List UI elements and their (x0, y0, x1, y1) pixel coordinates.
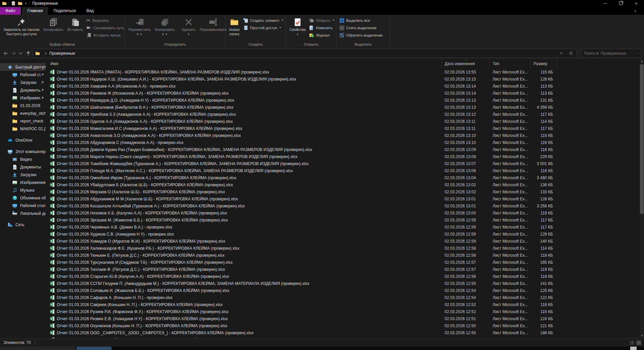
sidebar-item[interactable]: Изображения (0, 179, 46, 186)
column-header-name[interactable]: Имя (46, 59, 442, 68)
file-row[interactable]: Отчет 01.03.2026 Турсуналиев И (Сиддиков… (46, 259, 640, 266)
file-row[interactable]: Отчет 01.03.2026 Маматалиев И.С (Ахмаджо… (46, 125, 640, 132)
new-item-button[interactable]: Создать элемент▼ (243, 17, 284, 23)
file-row[interactable]: Отчет 01.03.2026 Рузиев Р.И. (Фармонов Ф… (46, 308, 640, 315)
up-icon[interactable] (26, 51, 31, 56)
paste-button[interactable]: Вставить (65, 16, 85, 32)
pin-to-quick-access-button[interactable]: Закрепить на панелибыстрого доступа (1, 16, 41, 36)
sidebar-item[interactable]: everyday_otchet (0, 109, 46, 117)
file-row[interactable]: Отчет 01.03.2026 Мирзаев О (Халилов Ш.Б)… (46, 188, 640, 195)
file-row[interactable]: Отчет 01.03.2026 Черемных А.В. (Демин В.… (46, 223, 640, 231)
sidebar-item[interactable]: Рабочий стол (0, 71, 46, 79)
breadcrumb[interactable]: Проверенные (49, 51, 75, 56)
file-row[interactable]: Отчет 01.03.2026 ССПИ Гелдиев П. (Аманду… (46, 280, 640, 287)
tab-file[interactable]: Файл (0, 7, 21, 15)
tab-view[interactable]: Вид (81, 7, 99, 15)
minimize-button[interactable] (598, 0, 613, 7)
rename-button[interactable]: Переименовать (198, 16, 229, 32)
sidebar-item[interactable]: Сеть (0, 221, 46, 229)
move-to-button[interactable]: Переместитьв ▼ (126, 16, 153, 37)
scroll-down-icon[interactable]: ▼ (640, 333, 644, 338)
select-none-button[interactable]: Снять выделение (339, 24, 383, 31)
sidebar-item[interactable]: report_check (0, 117, 46, 125)
tab-home[interactable]: Главная (22, 7, 48, 15)
search-box[interactable] (581, 49, 641, 58)
close-button[interactable]: × (629, 0, 644, 7)
scroll-up-icon[interactable]: ▲ (640, 59, 644, 64)
folder-icon[interactable] (18, 1, 22, 6)
easy-access-button[interactable]: Простой доступ▼ (243, 24, 284, 31)
copy-to-button[interactable]: Копироватьв ▼ (153, 16, 177, 37)
new-folder-button[interactable]: Новаяпапка (227, 16, 242, 36)
file-row[interactable]: Отчет 01.03.2026 Эргашев М. (Жамолов Б.Б… (46, 216, 640, 223)
file-row[interactable]: Отчет 01.03.2026 ЯМАТА (ЯМАТА) - КОРРЕКТ… (46, 68, 640, 76)
sidebar-item[interactable]: Объемные объект (0, 194, 46, 202)
view-icons-icon[interactable] (636, 340, 641, 345)
sidebar-item[interactable]: Изображения (0, 94, 46, 102)
sidebar-item[interactable]: Загрузки (0, 171, 46, 179)
open-button[interactable]: Открыть▼ (309, 17, 335, 23)
scrollbar-thumb[interactable] (640, 64, 644, 214)
sidebar-item[interactable]: Музыка (0, 186, 46, 194)
copy-path-button[interactable]: Скопировать путь (86, 24, 124, 31)
sidebar-item[interactable]: Видео (0, 155, 46, 163)
paste-shortcut-button[interactable]: Вставить ярлык (86, 32, 124, 38)
copy-button[interactable]: Копировать (41, 16, 65, 32)
sidebar-item[interactable]: 01.03.2026 (0, 102, 46, 109)
file-row[interactable]: Отчет 01.03.2026 Соловьев И. (Жамолов Б.… (46, 287, 640, 294)
sidebar-item[interactable]: Локальный диск (С (0, 209, 46, 217)
file-row[interactable]: Отчет 01.03.2026 Резвин Е.В. (Ахмадиев Н… (46, 315, 640, 322)
file-row[interactable]: Отчет 01.03.2026 Марати Нареш (Сингх сан… (46, 153, 640, 160)
view-details-icon[interactable] (629, 340, 634, 345)
invert-selection-button[interactable]: Обратить выделение (339, 32, 383, 38)
file-row[interactable]: Отчет 01.03.2026 Низомов Х.Б. (Калугин А… (46, 209, 640, 216)
file-row[interactable]: Отчет 01.03.2026 Хамраев А.А (Исокжонов.… (46, 83, 640, 90)
file-row[interactable]: Отчет 01.03.2026 Надиров Х.Ш. (Олишевко … (46, 76, 640, 83)
forward-icon[interactable] (11, 51, 16, 56)
search-icon[interactable] (637, 51, 639, 56)
sidebar-item[interactable]: Документы (0, 86, 46, 94)
doc-check-icon[interactable] (11, 1, 16, 6)
select-all-button[interactable]: Выделить все (339, 17, 383, 23)
file-row[interactable]: Отчет 01.03.2026 Савриев (Коньшин Н. П.)… (46, 301, 640, 308)
file-row[interactable]: Отчет 01.03.2026 Тожибоев Жамшидбек (Тур… (46, 160, 640, 167)
taskbar[interactable] (0, 347, 644, 350)
chevron-right-icon[interactable] (43, 51, 48, 56)
taskbar-icon[interactable] (630, 347, 637, 350)
properties-button[interactable]: Свойства▼ (287, 16, 308, 37)
tab-share[interactable]: Поделиться (48, 7, 81, 15)
search-input[interactable] (581, 51, 637, 56)
history-button[interactable]: Журнал (309, 32, 335, 38)
column-header-type[interactable]: Тип (490, 59, 531, 68)
file-row[interactable]: Отчет 01.03.2026 Убайдуллаев Б (Халилов … (46, 181, 640, 188)
sidebar-item[interactable]: Документы (0, 163, 46, 171)
delete-button[interactable]: Удалить▼ (180, 16, 198, 37)
file-row[interactable]: Отчет 01.03.2026 Ахматхонов З.О (Ахмаджо… (46, 132, 640, 139)
file-row[interactable]: Отчет 01.03.2026 Тиллаев Ф. (Петухов Д.С… (46, 266, 640, 273)
cut-button[interactable]: ✂Вырезать (86, 17, 124, 23)
back-icon[interactable] (3, 51, 9, 56)
chevron-down-icon[interactable]: ▼ (25, 2, 27, 5)
file-row[interactable]: Отчет 01.03.2026 Махмудов Д.О. (Ахмадиев… (46, 97, 640, 104)
sidebar-item[interactable]: Этот компьютер (0, 148, 46, 155)
file-row[interactable]: Отчет 01.03.2026 Охунжонов (Коньшин Н. П… (46, 322, 640, 329)
chevron-down-icon[interactable] (18, 51, 24, 56)
sidebar-item[interactable]: Рабочий стол (0, 202, 46, 209)
collapse-ribbon-icon[interactable]: ∧ (634, 9, 637, 13)
address-bar[interactable]: Проверенные (33, 49, 577, 58)
file-row[interactable]: Отчет 01.03.2026 Сафаров А. (Коньшин Н. … (46, 294, 640, 301)
vertical-scrollbar[interactable]: ▲ ▼ (640, 59, 644, 338)
refresh-icon[interactable] (569, 51, 573, 55)
file-row[interactable]: Отчет 01.03.2026 Хомидов О (Муратов Ж.И)… (46, 238, 640, 245)
sidebar-item[interactable]: OneDrive (0, 136, 46, 144)
file-row[interactable]: Отчет 01.03.2026 Абдукаримов С (Ахмаджон… (46, 139, 640, 146)
file-row[interactable]: Отчет 01.03.2026 Халикназаров Ф.Е. (Куше… (46, 245, 640, 252)
column-header-size[interactable]: Размер (531, 59, 557, 68)
sidebar-item[interactable]: Быстрый доступ (0, 63, 46, 71)
file-row[interactable]: Отчет 01.03.2026 ООО _САФРОТЕХ_ (ООО _СА… (46, 329, 640, 336)
file-row[interactable]: Отчет 01.03.2026 Старыгин Ю.В (Калугин.А… (46, 273, 640, 280)
file-row[interactable]: Отчет 01.03.2026 Плещук М.А. (Махтесян А… (46, 167, 640, 174)
file-row[interactable]: Отчет 01.03.2026 Рахимов Ж (Исокжонов.А.… (46, 90, 640, 97)
edit-button[interactable]: Изменить (309, 24, 335, 31)
file-row[interactable]: Отчет 01.03.2026 Омонбоев Икром (Турахан… (46, 174, 640, 181)
